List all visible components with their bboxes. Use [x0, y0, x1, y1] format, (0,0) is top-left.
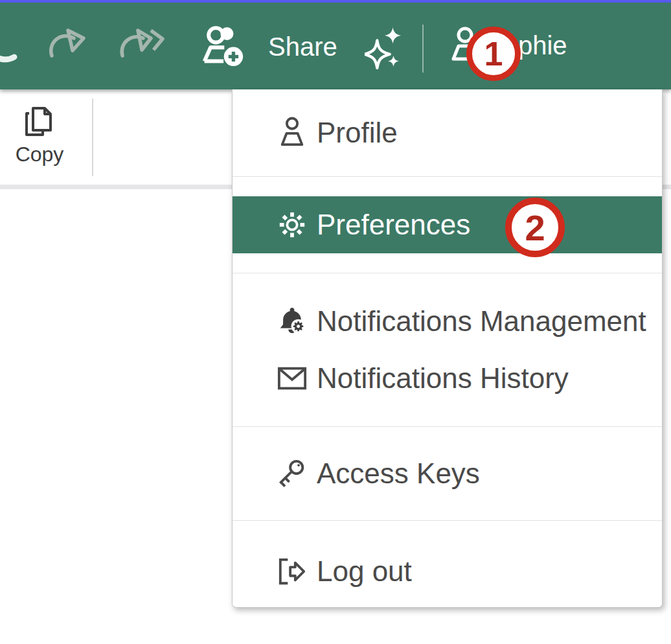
- menu-item-profile[interactable]: Profile: [233, 104, 662, 161]
- logout-icon: [277, 556, 308, 587]
- annotation-step-2: 2: [505, 198, 565, 257]
- copy-label: Copy: [16, 143, 64, 167]
- menu-item-notifications-history[interactable]: Notifications History: [233, 350, 662, 407]
- menu-item-label: Log out: [317, 555, 412, 588]
- undo-icon[interactable]: [0, 29, 31, 69]
- menu-item-log-out[interactable]: Log out: [233, 543, 662, 600]
- menu-item-label: Notifications Management: [317, 305, 646, 338]
- copy-button[interactable]: Copy: [10, 105, 69, 167]
- share-button[interactable]: Share: [202, 23, 337, 70]
- app-header: Share Sophie: [0, 3, 671, 89]
- envelope-icon: [277, 363, 308, 394]
- menu-item-label: Preferences: [317, 209, 470, 241]
- redo-icon[interactable]: [47, 26, 89, 66]
- copy-icon: [23, 105, 56, 139]
- menu-item-label: Access Keys: [317, 457, 480, 490]
- person-icon: [277, 117, 308, 148]
- menu-item-label: Profile: [317, 117, 398, 149]
- bell-gear-icon: [277, 306, 308, 337]
- share-label: Share: [268, 34, 337, 60]
- header-divider: [422, 25, 424, 73]
- redo-all-icon[interactable]: [119, 26, 166, 66]
- sparkles-icon[interactable]: [365, 26, 402, 71]
- add-member-icon: [202, 25, 253, 68]
- gear-icon: [277, 209, 308, 240]
- menu-item-access-keys[interactable]: Access Keys: [233, 445, 662, 502]
- annotation-step-1: 1: [466, 27, 521, 81]
- menu-item-label: Notifications History: [317, 362, 569, 395]
- toolbar-divider: [92, 98, 93, 176]
- key-icon: [277, 458, 308, 489]
- user-dropdown-menu: Profile: [232, 89, 663, 608]
- menu-item-notifications-management[interactable]: Notifications Management: [233, 293, 662, 350]
- menu-item-preferences[interactable]: Preferences: [233, 196, 662, 253]
